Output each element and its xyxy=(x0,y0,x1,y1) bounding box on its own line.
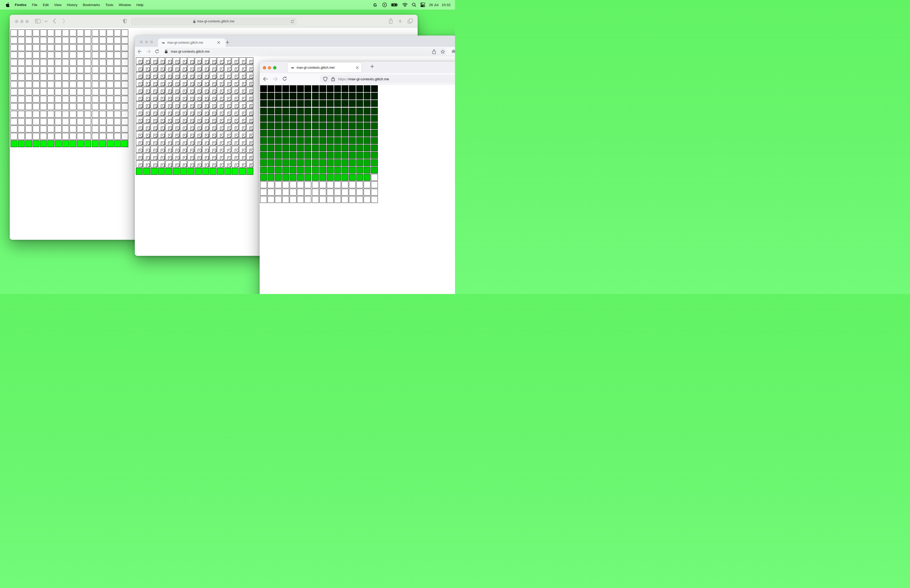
apple-menu-icon[interactable] xyxy=(5,2,10,7)
webgl-canvas-252-context-lost-blank xyxy=(349,196,356,203)
menubar-app-name[interactable]: Firefox xyxy=(15,3,27,7)
webgl-canvas-196-context-lost-sad-icon xyxy=(165,146,172,153)
chrome-zoom-button[interactable] xyxy=(150,40,153,44)
chrome-tab-close-icon[interactable] xyxy=(217,41,220,44)
sad-canvas-icon xyxy=(187,109,194,116)
webgl-canvas-74-context-lost-blank xyxy=(84,59,91,66)
webgl-canvas-250-context-alive xyxy=(84,140,91,147)
webgl-canvas-231-context-lost-blank xyxy=(62,133,69,140)
chrome-extensions-puzzle-icon[interactable] xyxy=(452,49,455,54)
sad-canvas-icon xyxy=(136,72,142,79)
webgl-canvas-97-context-lost-blank xyxy=(18,74,25,81)
chrome-bookmark-star-icon[interactable] xyxy=(441,50,445,54)
chrome-minimize-button[interactable] xyxy=(145,40,148,44)
webgl-canvas-35-context-alive xyxy=(282,100,289,107)
sad-canvas-icon xyxy=(150,161,157,167)
sad-canvas-icon xyxy=(180,79,187,86)
firefox-new-tab-icon[interactable] xyxy=(370,65,374,68)
firefox-close-button[interactable] xyxy=(263,66,266,69)
webgl-canvas-174-context-alive xyxy=(364,159,370,166)
sad-canvas-icon xyxy=(187,123,194,130)
webgl-canvas-143-context-alive xyxy=(371,144,378,151)
chrome-new-tab-icon[interactable] xyxy=(226,40,230,44)
menubar-menu-file[interactable]: File xyxy=(32,3,37,7)
firefox-zoom-button[interactable] xyxy=(273,66,276,69)
webgl-canvas-254-context-alive xyxy=(239,168,246,175)
safari-zoom-button[interactable] xyxy=(26,20,29,23)
menubar-menu-history[interactable]: History xyxy=(67,3,78,7)
webgl-canvas-143-context-lost-sad-icon xyxy=(246,116,253,123)
webgl-canvas-242-context-alive xyxy=(150,168,157,175)
safari-close-button[interactable] xyxy=(15,20,18,23)
safari-minimize-button[interactable] xyxy=(20,20,24,23)
chrome-close-button[interactable] xyxy=(140,40,143,44)
webgl-canvas-185-context-alive xyxy=(327,166,334,173)
firefox-tracking-shield-icon[interactable] xyxy=(323,77,328,82)
webgl-canvas-125-context-lost-blank xyxy=(107,81,113,88)
webgl-canvas-88-context-alive xyxy=(319,123,326,129)
menubar-menu-view[interactable]: View xyxy=(54,3,61,7)
chrome-back-icon[interactable] xyxy=(137,49,142,54)
battery-charging-icon[interactable] xyxy=(391,3,398,6)
webgl-canvas-65-context-lost-sad-icon xyxy=(143,87,150,94)
safari-share-icon[interactable] xyxy=(389,18,393,24)
chrome-share-icon[interactable] xyxy=(432,49,436,54)
play-circle-icon[interactable] xyxy=(382,2,387,7)
chrome-url-bar[interactable]: max-gl-contexts.glitch.me xyxy=(165,48,447,55)
firefox-active-tab[interactable]: ∞ max-gl-contexts.glitch.me/ xyxy=(288,63,362,73)
menubar-clock[interactable]: 10:32 xyxy=(441,3,451,7)
webgl-canvas-25-context-alive xyxy=(327,93,334,100)
firefox-tab-close-icon[interactable] xyxy=(356,66,359,69)
control-center-icon[interactable] xyxy=(420,2,425,7)
webgl-canvas-126-context-alive xyxy=(364,137,370,144)
sad-canvas-icon xyxy=(143,153,150,160)
lock-icon[interactable] xyxy=(331,77,335,81)
safari-sidebar-icon[interactable] xyxy=(35,19,40,23)
sad-canvas-icon xyxy=(187,131,194,138)
safari-back-icon[interactable] xyxy=(53,18,56,24)
safari-reload-icon[interactable] xyxy=(291,20,294,23)
menubar-menu-tools[interactable]: Tools xyxy=(105,3,113,7)
firefox-minimize-button[interactable] xyxy=(268,66,271,69)
safari-privacy-shield-icon[interactable] xyxy=(123,18,127,24)
webgl-canvas-124-context-lost-sad-icon xyxy=(224,109,231,116)
menubar-menu-bookmarks[interactable]: Bookmarks xyxy=(83,3,100,7)
menubar-menu-window[interactable]: Window xyxy=(119,3,131,7)
webgl-canvas-201-context-lost-sad-icon xyxy=(202,146,209,153)
webgl-canvas-1-context-lost-blank xyxy=(18,29,25,36)
google-g-icon[interactable]: G xyxy=(373,2,378,8)
spotlight-search-icon[interactable] xyxy=(412,3,416,7)
menubar-menu-edit[interactable]: Edit xyxy=(43,3,49,7)
sad-canvas-icon xyxy=(239,161,246,167)
webgl-canvas-140-context-alive xyxy=(349,144,356,151)
webgl-canvas-170-context-lost-sad-icon xyxy=(210,131,217,138)
menubar-date[interactable]: 26 Jul xyxy=(429,3,438,7)
firefox-forward-icon[interactable] xyxy=(273,77,278,81)
chrome-reload-icon[interactable] xyxy=(155,49,159,54)
sad-canvas-icon xyxy=(143,79,150,86)
menubar-menu-help[interactable]: Help xyxy=(136,3,144,7)
firefox-reload-icon[interactable] xyxy=(282,76,287,81)
webgl-canvas-54-context-lost-sad-icon xyxy=(180,79,187,86)
webgl-canvas-238-context-lost-blank xyxy=(114,133,121,140)
safari-sidebar-chevron-icon[interactable] xyxy=(44,20,48,23)
webgl-canvas-191-context-lost-sad-icon xyxy=(246,139,253,145)
webgl-canvas-145-context-lost-sad-icon xyxy=(143,124,150,131)
webgl-canvas-23-context-lost-blank xyxy=(62,37,69,44)
webgl-canvas-236-context-lost-blank xyxy=(99,133,106,140)
firefox-url-bar[interactable]: https://max-gl-contexts.glitch.me xyxy=(320,75,455,84)
chrome-forward-icon[interactable] xyxy=(146,49,151,54)
webgl-canvas-62-context-lost-sad-icon xyxy=(239,79,246,86)
safari-forward-icon[interactable] xyxy=(62,18,66,24)
sad-canvas-icon xyxy=(195,123,201,130)
safari-url-bar[interactable]: max-gl-contexts.glitch.me xyxy=(131,18,296,25)
firefox-back-icon[interactable] xyxy=(263,77,268,81)
sad-canvas-icon xyxy=(224,153,231,160)
chrome-active-tab[interactable]: ∞ max-gl-contexts.glitch.me xyxy=(158,39,226,47)
wifi-icon[interactable] xyxy=(402,3,407,7)
safari-tab-overview-icon[interactable] xyxy=(407,18,413,24)
webgl-canvas-206-context-lost-blank xyxy=(114,118,121,125)
webgl-canvas-212-context-lost-sad-icon xyxy=(165,153,172,160)
sad-canvas-icon xyxy=(158,139,165,145)
safari-new-tab-icon[interactable] xyxy=(398,19,402,23)
